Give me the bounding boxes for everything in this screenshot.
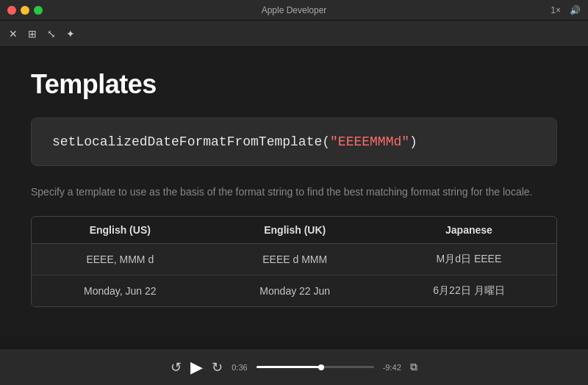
- table-row: Monday, Jun 22 Monday 22 Jun 6月22日 月曜日: [32, 276, 556, 307]
- code-prefix: setLocalizedDateFormatFromTemplate(: [52, 134, 330, 149]
- expand-icon[interactable]: ⤡: [47, 28, 56, 40]
- row2-col1: Monday, Jun 22: [32, 276, 209, 307]
- grid-icon[interactable]: ⊞: [28, 28, 37, 40]
- locale-table: English (US) English (UK) Japanese EEEE,…: [32, 217, 556, 306]
- total-time: -9:42: [383, 363, 401, 372]
- forward-button[interactable]: ↻: [212, 359, 223, 375]
- airplay-icon[interactable]: ⧉: [410, 361, 417, 373]
- page-title: Templates: [31, 69, 557, 100]
- volume-icon[interactable]: 🔊: [570, 5, 581, 15]
- progress-fill: [257, 366, 321, 368]
- window-title: Apple Developer: [262, 5, 327, 15]
- row1-col3: M月d日 EEEE: [381, 244, 556, 276]
- zoom-level: 1×: [551, 5, 561, 15]
- col-header-english-us: English (US): [32, 217, 209, 244]
- table-row: EEEE, MMM d EEEE d MMM M月d日 EEEE: [32, 244, 556, 276]
- row1-col1: EEEE, MMM d: [32, 244, 209, 276]
- code-argument: "EEEEMMMd": [330, 134, 409, 149]
- row1-col2: EEEE d MMM: [209, 244, 381, 276]
- back-icon[interactable]: ✕: [9, 28, 18, 40]
- current-time: 0:36: [232, 363, 247, 372]
- main-content: Templates setLocalizedDateFormatFromTemp…: [0, 47, 588, 337]
- player-bar: ↺ ▶ ↻ 0:36 -9:42 ⧉: [0, 348, 588, 385]
- description-text: Specify a template to use as the basis o…: [31, 184, 557, 200]
- code-suffix: ): [409, 134, 417, 149]
- col-header-japanese: Japanese: [381, 217, 556, 244]
- titlebar: Apple Developer 1× 🔊: [0, 0, 588, 21]
- rewind-button[interactable]: ↺: [171, 359, 182, 375]
- row2-col3: 6月22日 月曜日: [381, 276, 556, 307]
- maximize-button[interactable]: [34, 6, 43, 15]
- progress-bar[interactable]: [257, 366, 374, 368]
- row2-col2: Monday 22 Jun: [209, 276, 381, 307]
- col-header-english-uk: English (UK): [209, 217, 381, 244]
- table-header-row: English (US) English (UK) Japanese: [32, 217, 556, 244]
- code-block: setLocalizedDateFormatFromTemplate("EEEE…: [31, 118, 557, 166]
- settings-icon[interactable]: ✦: [66, 28, 75, 40]
- play-button[interactable]: ▶: [190, 358, 203, 377]
- toolbar: ✕ ⊞ ⤡ ✦: [0, 21, 588, 47]
- data-table-wrapper: English (US) English (UK) Japanese EEEE,…: [31, 216, 557, 307]
- titlebar-right: 1× 🔊: [551, 5, 581, 15]
- window-controls: [7, 6, 43, 15]
- minimize-button[interactable]: [21, 6, 29, 15]
- progress-thumb: [318, 364, 324, 370]
- close-button[interactable]: [7, 6, 16, 15]
